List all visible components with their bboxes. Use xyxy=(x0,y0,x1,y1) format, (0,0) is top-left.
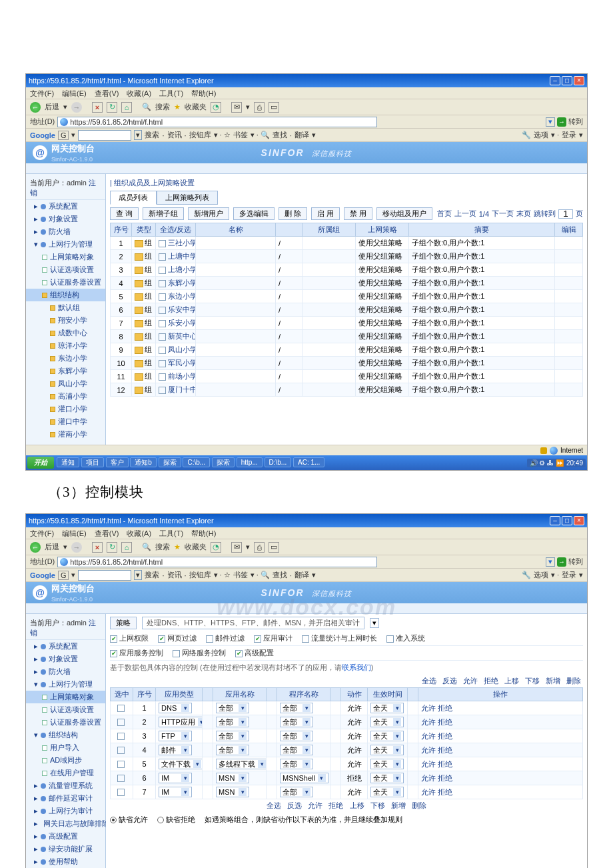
sb-adv[interactable]: ▸ 高级配置 xyxy=(26,830,105,843)
chevron-down-icon[interactable] xyxy=(393,732,401,740)
chevron-down-icon[interactable] xyxy=(181,732,189,740)
start-button[interactable]: 开始 xyxy=(27,457,54,469)
sb-auth-srv[interactable]: 认证服务器设置 xyxy=(26,716,105,729)
google-input[interactable] xyxy=(78,130,131,141)
checkbox-icon[interactable] xyxy=(254,635,261,643)
select[interactable]: 全部 xyxy=(280,787,313,797)
favorites-label[interactable]: 收藏夹 xyxy=(185,542,207,552)
column-header[interactable]: 操作 xyxy=(418,688,583,701)
favorites-label[interactable]: 收藏夹 xyxy=(185,102,207,112)
row-checkbox[interactable] xyxy=(117,705,125,712)
row-name-link[interactable]: 前场小学 xyxy=(168,372,196,380)
search-label[interactable]: 搜索 xyxy=(155,542,170,552)
print-icon[interactable]: ⎙ xyxy=(254,102,265,113)
chevron-down-icon[interactable] xyxy=(239,704,247,712)
action-link[interactable]: 全选 xyxy=(267,801,281,809)
home-icon[interactable]: ⌂ xyxy=(121,542,132,553)
favorites-icon[interactable]: ★ xyxy=(174,103,181,111)
print-icon[interactable]: ⎙ xyxy=(254,542,265,553)
select[interactable]: 全部 xyxy=(216,703,249,713)
radio-deny[interactable]: 缺省拒绝 xyxy=(157,815,195,825)
filter-流量统计与上网时长[interactable]: 流量统计与上网时长 xyxy=(302,633,377,643)
table-row[interactable]: 5组东边小学/使用父组策略子组个数:0,用户个数:1 xyxy=(111,290,583,303)
google-options[interactable]: 选项 xyxy=(534,130,548,140)
menu-file[interactable]: 文件(F) xyxy=(30,87,54,99)
refresh-icon[interactable]: ↻ xyxy=(107,542,117,553)
google-login[interactable]: 登录 xyxy=(562,570,576,580)
menu-help[interactable]: 帮助(H) xyxy=(191,527,216,539)
table-row[interactable]: 7组乐安小学/使用父组策略子组个数:0,用户个数:1 xyxy=(111,317,583,330)
action-link[interactable]: 删除 xyxy=(412,801,426,809)
taskbar-item[interactable]: AC: 1... xyxy=(293,457,324,467)
go-icon[interactable] xyxy=(557,117,566,127)
taskbar-item[interactable]: 探索 xyxy=(212,457,235,467)
select[interactable]: 全天 xyxy=(370,731,404,741)
top-tab[interactable]: 策略 xyxy=(110,617,137,629)
chevron-down-icon[interactable] xyxy=(303,704,310,712)
filter-应用服务控制[interactable]: 应用服务控制 xyxy=(110,648,163,658)
action-link[interactable]: 反选 xyxy=(287,801,302,809)
column-header[interactable]: 应用类型 xyxy=(156,688,203,701)
table-row[interactable]: 11组前场小学/使用父组策略子组个数:0,用户个数:1 xyxy=(111,370,583,383)
column-header[interactable]: 应用名称 xyxy=(213,688,267,701)
btn-move[interactable]: 移动组及用户 xyxy=(376,207,432,220)
chevron-down-icon[interactable] xyxy=(303,788,310,796)
menu-edit[interactable]: 编辑(E) xyxy=(62,87,87,99)
table-row[interactable]: 6组乐安中学/使用父组策略子组个数:0,用户个数:1 xyxy=(111,303,583,317)
select[interactable]: FTP xyxy=(159,731,192,741)
select[interactable]: 文件下载 xyxy=(159,759,203,769)
menu-view[interactable]: 查看(V) xyxy=(95,87,119,99)
select[interactable]: 全部 xyxy=(216,731,249,741)
google-search-btn[interactable]: 搜索 xyxy=(145,130,159,140)
pager-prev[interactable]: 上一页 xyxy=(454,209,476,219)
sb-policy-obj[interactable]: 上网策略对象 xyxy=(26,691,105,703)
sb-objects[interactable]: ▸ 对象设置 xyxy=(26,653,105,665)
filter-网络服务控制[interactable]: 网络服务控制 xyxy=(173,648,226,658)
row-name-link[interactable]: 东边小学 xyxy=(168,292,196,300)
btn-enable[interactable]: 启 用 xyxy=(311,207,340,220)
chevron-down-icon[interactable] xyxy=(318,774,326,782)
sidebar-item-firewall[interactable]: ▸ 防火墙 xyxy=(26,225,105,238)
action-link[interactable]: 全选 xyxy=(422,677,436,685)
filter-网页过滤[interactable]: 网页过滤 xyxy=(158,633,197,643)
table-row[interactable]: 3组上塘小学/使用父组策略子组个数:0,用户个数:1 xyxy=(111,263,583,277)
row-checkbox[interactable] xyxy=(159,267,166,274)
row-name-link[interactable]: 乐安小学 xyxy=(168,319,196,327)
sidebar-item-auth-srv[interactable]: 认证服务器设置 xyxy=(26,276,105,289)
menu-help[interactable]: 帮助(H) xyxy=(191,87,216,99)
google-search-btn[interactable]: 搜索 xyxy=(145,570,159,580)
row-checkbox[interactable] xyxy=(159,240,166,247)
org-tree-item[interactable]: 成数中心 xyxy=(26,327,105,339)
btn-multi-edit[interactable]: 多选编辑 xyxy=(233,207,275,220)
column-header[interactable]: 序号 xyxy=(133,688,156,701)
select[interactable]: 邮件 xyxy=(159,745,192,755)
google-g[interactable]: G xyxy=(58,571,69,580)
stop-icon[interactable]: × xyxy=(92,102,103,113)
taskbar-item[interactable]: http... xyxy=(237,457,263,467)
google-item-1[interactable]: 按钮库 xyxy=(189,570,211,580)
chevron-down-icon[interactable] xyxy=(181,704,189,712)
note-link[interactable]: 联系我们 xyxy=(342,663,371,671)
search-icon[interactable]: 🔍 xyxy=(142,103,151,111)
taskbar-item[interactable]: 客户 xyxy=(106,457,129,467)
sidebar-item-auth-opt[interactable]: 认证选项设置 xyxy=(26,263,105,276)
radio-allow[interactable]: 缺省允许 xyxy=(110,815,148,825)
menu-edit[interactable]: 编辑(E) xyxy=(62,527,87,539)
row-checkbox[interactable] xyxy=(159,360,166,367)
sb-ext[interactable]: ▸ 绿安功能扩展 xyxy=(26,843,105,855)
tab-members[interactable]: 成员列表 xyxy=(110,191,157,205)
maximize-icon[interactable]: □ xyxy=(562,76,572,85)
table-row[interactable]: 2组上塘中学本校/使用父组策略子组个数:0,用户个数:1 xyxy=(111,250,583,263)
row-checkbox[interactable] xyxy=(159,307,166,314)
table-row[interactable]: 5文件下载多线程下载全部允许全天允许 拒绝 xyxy=(111,757,583,771)
checkbox-icon[interactable] xyxy=(158,635,165,643)
chevron-down-icon[interactable] xyxy=(239,732,247,740)
chevron-down-icon[interactable] xyxy=(193,760,201,768)
google-item-2[interactable]: 书签 xyxy=(233,570,248,580)
column-header[interactable] xyxy=(203,688,213,701)
select[interactable]: 全天 xyxy=(370,773,404,783)
checkbox-icon[interactable] xyxy=(173,650,180,657)
sb-traffic[interactable]: ▸ 流量管理系统 xyxy=(26,779,105,792)
row-name-link[interactable]: 军民小学 xyxy=(168,359,196,367)
address-input[interactable]: https://59.61.85.2/html/f.html xyxy=(57,557,377,567)
